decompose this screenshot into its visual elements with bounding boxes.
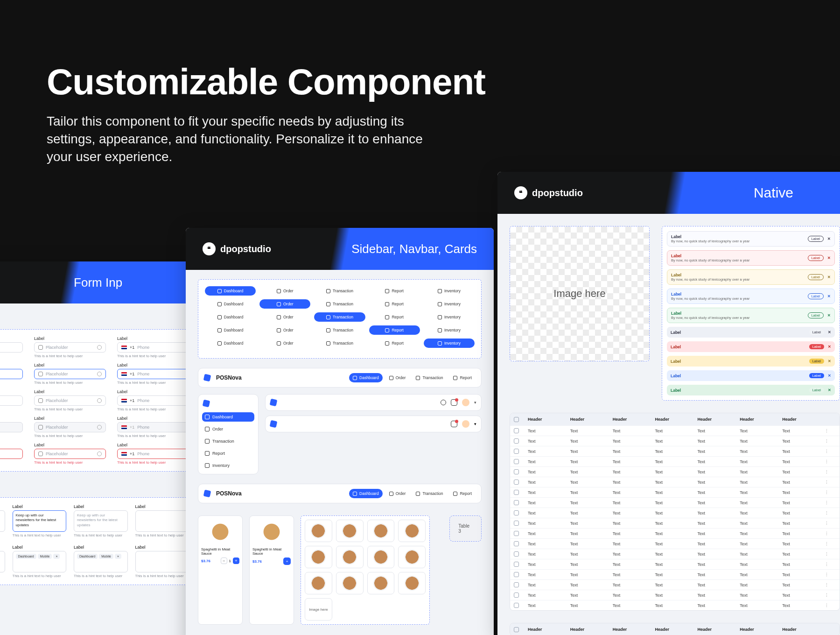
more-icon[interactable]: ⋮ <box>825 593 836 598</box>
table-row[interactable]: TextTextTextTextTextTextText⋮ <box>510 528 840 538</box>
table-row[interactable]: TextTextTextTextTextTextText⋮ <box>510 466 840 477</box>
more-icon[interactable]: ⋮ <box>825 470 836 474</box>
checkbox[interactable] <box>514 593 519 598</box>
more-icon[interactable]: ⋮ <box>825 583 836 587</box>
add-button[interactable]: + <box>283 557 291 565</box>
textarea-tags[interactable]: DashboardMobile× <box>13 551 67 572</box>
checkbox[interactable] <box>514 510 519 515</box>
avatar[interactable] <box>462 399 469 406</box>
phone-input[interactable]: +1Phone <box>117 342 189 353</box>
table-row[interactable]: TextTextTextTextTextTextText⋮ <box>510 569 840 579</box>
checkbox[interactable] <box>514 551 519 557</box>
checkbox[interactable] <box>514 582 519 587</box>
more-icon[interactable]: ⋮ <box>825 501 836 505</box>
more-icon[interactable]: ⋮ <box>825 542 836 546</box>
close-icon[interactable]: ✕ <box>828 374 831 378</box>
checkbox[interactable] <box>514 572 519 577</box>
checkbox[interactable] <box>514 449 519 454</box>
sidebar-item-dashboard[interactable]: Dashboard <box>202 412 254 422</box>
close-icon[interactable]: ✕ <box>828 359 831 363</box>
table-row[interactable]: TextTextTextTextTextTextText⋮ <box>510 559 840 569</box>
checkbox[interactable] <box>514 417 519 422</box>
checkbox[interactable] <box>514 438 519 444</box>
more-icon[interactable]: ⋮ <box>825 603 836 608</box>
more-icon[interactable]: ⋮ <box>825 439 836 444</box>
more-icon[interactable]: ⋮ <box>825 552 836 557</box>
checkbox[interactable] <box>514 521 519 526</box>
checkbox[interactable] <box>514 627 519 632</box>
nav-dashboard[interactable]: Dashboard <box>205 286 256 296</box>
sidebar-item-inventory[interactable]: Inventory <box>202 461 254 470</box>
textarea[interactable]: Keep up with our newsletters for the lat… <box>74 510 128 532</box>
table-card[interactable]: Table 3 <box>449 515 482 542</box>
text-input-error[interactable]: Placeholder <box>0 449 23 459</box>
nav-report[interactable]: Report <box>369 286 420 296</box>
more-icon[interactable]: ⋮ <box>825 490 836 495</box>
nav-order[interactable]: Order <box>259 286 310 296</box>
minus-button[interactable]: − <box>221 557 227 564</box>
more-icon[interactable]: ⋮ <box>825 449 836 454</box>
table-row[interactable]: TextTextTextTextTextTextText⋮ <box>510 446 840 456</box>
text-input-focused[interactable]: Placeholder <box>0 369 23 379</box>
more-icon[interactable]: ⋮ <box>825 459 836 464</box>
close-icon[interactable]: ✕ <box>827 237 831 241</box>
checkbox[interactable] <box>514 541 519 546</box>
table-row[interactable]: TextTextTextTextTextTextText⋮ <box>510 579 840 590</box>
chevron-down-icon[interactable]: ▾ <box>474 400 476 405</box>
table-row[interactable]: TextTextTextTextTextTextText⋮ <box>510 590 840 600</box>
search-icon[interactable] <box>441 400 446 405</box>
sidebar-item-order[interactable]: Order <box>202 424 254 434</box>
checkbox[interactable] <box>514 480 519 485</box>
table-row[interactable]: TextTextTextTextTextTextText⋮ <box>510 436 840 446</box>
textarea-focused[interactable]: Keep up with our newsletters for the lat… <box>13 510 67 532</box>
table-row[interactable]: TextTextTextTextTextTextText⋮ <box>510 549 840 559</box>
checkbox[interactable] <box>514 459 519 464</box>
close-icon[interactable]: ✕ <box>828 345 831 349</box>
more-icon[interactable]: ⋮ <box>825 511 836 515</box>
more-icon[interactable]: ⋮ <box>825 531 836 536</box>
table-row[interactable]: TextTextTextTextTextTextText⋮ <box>510 538 840 549</box>
text-input[interactable]: Placeholder <box>34 342 106 353</box>
more-icon[interactable]: ⋮ <box>825 521 836 526</box>
more-icon[interactable]: ⋮ <box>825 429 836 433</box>
checkbox[interactable] <box>514 428 519 433</box>
food-thumb[interactable] <box>305 520 332 542</box>
nav-inventory[interactable]: Inventory <box>424 286 475 296</box>
chevron-down-icon[interactable]: ▾ <box>474 422 476 426</box>
more-icon[interactable]: ⋮ <box>825 572 836 577</box>
thumb-placeholder[interactable]: Image here <box>305 598 332 621</box>
nav-transaction[interactable]: Transaction <box>314 286 365 296</box>
close-icon[interactable]: ✕ <box>827 275 831 279</box>
qty-stepper[interactable]: − 1 + <box>221 557 239 564</box>
bell-icon[interactable] <box>451 421 457 427</box>
textarea[interactable]: Placeholder <box>0 551 5 572</box>
table-row[interactable]: TextTextTextTextTextTextText⋮ <box>510 518 840 528</box>
checkbox[interactable] <box>514 603 519 608</box>
table-row[interactable]: TextTextTextTextTextTextText⋮ <box>510 497 840 508</box>
checkbox[interactable] <box>514 531 519 536</box>
table-row[interactable]: TextTextTextTextTextTextText⋮ <box>510 477 840 487</box>
checkbox[interactable] <box>514 490 519 495</box>
table-row[interactable]: TextTextTextTextTextTextText⋮ <box>510 456 840 466</box>
more-icon[interactable]: ⋮ <box>825 480 836 485</box>
checkbox[interactable] <box>514 469 519 474</box>
checkbox[interactable] <box>514 562 519 567</box>
table-row[interactable]: TextTextTextTextTextTextText⋮ <box>510 487 840 497</box>
table-row[interactable]: TextTextTextTextTextTextText⋮ <box>510 425 840 436</box>
avatar[interactable] <box>462 420 469 428</box>
plus-button[interactable]: + <box>233 557 239 564</box>
sidebar-item-report[interactable]: Report <box>202 449 254 458</box>
close-icon[interactable]: ✕ <box>827 294 831 298</box>
close-icon[interactable]: ✕ <box>828 388 831 392</box>
close-icon[interactable]: ✕ <box>828 330 831 334</box>
textarea[interactable]: Placeholder <box>0 510 5 532</box>
close-icon[interactable]: ✕ <box>827 313 831 318</box>
table-row[interactable]: TextTextTextTextTextTextText⋮ <box>510 600 840 610</box>
text-input[interactable]: Placeholder <box>0 342 23 353</box>
table-row[interactable]: TextTextTextTextTextTextText⋮ <box>510 508 840 518</box>
checkbox[interactable] <box>514 500 519 505</box>
bell-icon[interactable] <box>451 399 457 406</box>
close-icon[interactable]: ✕ <box>827 256 831 260</box>
image-dropzone[interactable]: Image here <box>510 226 650 361</box>
sidebar-item-transaction[interactable]: Transaction <box>202 437 254 446</box>
